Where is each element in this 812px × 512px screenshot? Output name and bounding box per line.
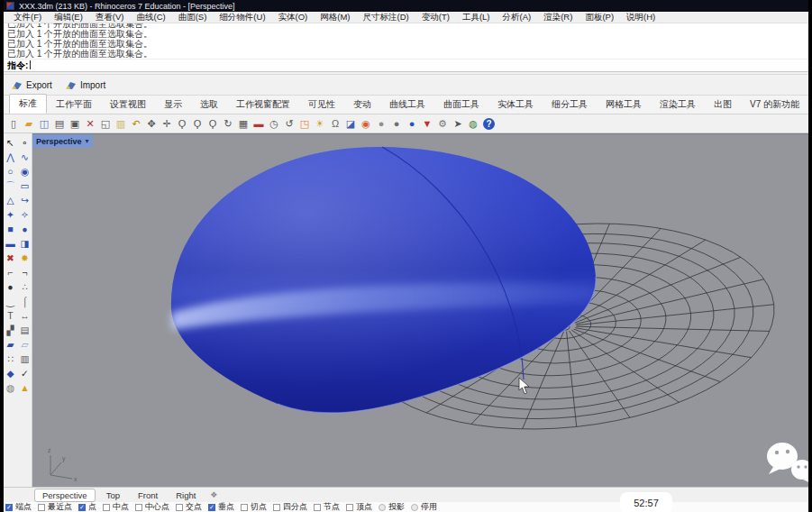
item-4[interactable]: 中心点 [135,501,169,512]
osnap-checkbox[interactable] [273,504,280,511]
color-wheel-icon[interactable]: ◉ [359,116,373,132]
item-0[interactable]: 端点 [5,501,32,512]
zoom-selected-icon[interactable]: Ϙ [205,116,220,132]
pointer-options-icon[interactable]: ➤ [451,116,465,132]
properties-icon[interactable]: ▣ [68,116,82,132]
cylinder-icon[interactable]: ▬ [5,237,17,250]
copy-icon[interactable]: ◱ [98,116,113,132]
raytrace-view-icon[interactable]: ● [405,116,419,132]
box-icon[interactable]: ■ [5,223,17,235]
zoom-window-icon[interactable]: Ϙ [190,116,205,132]
menu-item-5[interactable]: 细分物件(U) [213,12,271,23]
command-prompt[interactable]: 指令: [4,59,808,70]
osnap-checkbox[interactable] [135,504,142,511]
zoom-dynamic-icon[interactable]: Ϙ [175,116,189,132]
save-icon[interactable]: ◫ [37,116,51,132]
help-icon[interactable]: ? [483,118,495,130]
viewport-tab-2[interactable]: Front [131,489,165,501]
circle-icon[interactable]: ○ [5,165,17,178]
polyline-icon[interactable]: ⋀ [5,151,17,163]
item-12[interactable]: 停用 [411,501,437,512]
item-10[interactable]: 顶点 [346,501,372,512]
ellipse-icon[interactable]: ◉ [19,165,32,178]
toolbar-tab-4[interactable]: 选取 [191,96,227,114]
viewport-tab-1[interactable]: Top [99,489,127,501]
toolbar-tab-7[interactable]: 变动 [344,96,380,114]
disc-icon[interactable]: ◍ [5,381,17,394]
rendered-view-icon[interactable]: ● [389,116,404,132]
light-icon[interactable]: ☀ [313,116,327,132]
toolbar-tab-5[interactable]: 工作视窗配置 [227,96,299,114]
osnap-checkbox[interactable] [176,504,183,511]
block-icon[interactable]: ▤ [19,324,32,336]
explode-icon[interactable]: ✸ [19,251,32,264]
item-2[interactable]: 点 [78,501,96,512]
print-icon[interactable]: ▤ [52,116,67,132]
menu-item-13[interactable]: 面板(P) [579,12,620,23]
item-5[interactable]: 交点 [176,501,202,512]
surface-tools-icon[interactable]: ▰ [5,338,17,351]
cone-icon[interactable]: ▲ [19,381,32,394]
gumball-icon[interactable]: ◳ [297,116,312,132]
viewport-tab-0[interactable]: Perspective [34,489,96,502]
toolbar-tab-14[interactable]: 出图 [705,96,741,114]
item-7[interactable]: 切点 [241,501,267,512]
rotate-view-icon[interactable]: ↻ [221,116,235,132]
osnap-checkbox[interactable] [241,504,248,511]
item-6[interactable]: 垂点 [208,501,234,512]
surface-patch-icon[interactable]: ✧ [19,208,32,221]
pipe-icon[interactable]: ⌠ [19,295,32,307]
menu-item-0[interactable]: 文件(F) [7,12,48,23]
curve-blend-icon[interactable]: ‿ [5,295,17,307]
open-folder-icon[interactable]: ▰ [22,116,36,132]
toolbar-tab-10[interactable]: 实体工具 [488,96,543,114]
chamfer-icon[interactable]: ¬ [19,266,32,279]
surface-corner-icon[interactable]: ✦ [5,208,17,221]
undo-icon[interactable]: ↶ [129,116,143,132]
osnap-checkbox[interactable] [5,504,13,511]
settings-gear-icon[interactable]: ⚙ [435,116,450,132]
toolbar-tab-12[interactable]: 网格工具 [597,96,651,114]
fillet-icon[interactable]: ⌐ [5,266,17,279]
import-button[interactable]: Import [65,80,105,90]
menu-item-9[interactable]: 变动(T) [415,12,456,23]
pole-icon[interactable]: ▥ [19,352,32,365]
menu-item-12[interactable]: 渲染(R) [537,12,579,23]
sphere-icon[interactable]: ● [19,223,32,235]
shaded-view-icon[interactable]: ● [374,116,388,132]
menu-item-8[interactable]: 尺寸标注(D) [357,12,415,23]
lock-icon[interactable]: Ω [328,116,342,132]
item-9[interactable]: 节点 [314,501,340,512]
blend-icon[interactable]: ● [5,280,17,293]
text-icon[interactable]: T [5,309,17,322]
history-icon[interactable]: ◷ [267,116,281,132]
toolbar-tab-13[interactable]: 渲染工具 [651,96,705,114]
clipping-plane-icon[interactable]: ◪ [343,116,358,132]
select-arrow-icon[interactable]: ↖ [5,136,17,149]
polygon-icon[interactable]: △ [5,194,17,206]
cplane-icon[interactable]: ▬ [251,116,266,132]
dimension-icon[interactable]: ↔ [19,309,32,322]
extrude-icon[interactable]: ◨ [19,237,32,250]
move-icon[interactable]: ✛ [160,116,174,132]
item-8[interactable]: 四分点 [273,501,307,512]
osnap-checkbox[interactable] [379,504,386,511]
menu-item-1[interactable]: 编辑(E) [48,12,89,23]
viewport-tab-3[interactable]: Right [169,489,203,501]
selection-filter-icon[interactable]: ▼ [420,116,434,132]
item-1[interactable]: 最近点 [38,501,72,512]
ghost-surface-icon[interactable]: ▱ [19,338,32,351]
toolbar-tab-15[interactable]: V7 的新功能 [741,96,808,114]
menu-item-11[interactable]: 分析(A) [497,12,538,23]
osnap-checkbox[interactable] [78,504,86,511]
hatch-icon[interactable]: ▞ [5,324,17,336]
item-3[interactable]: 中点 [103,501,129,512]
viewport-title-menu[interactable]: Perspective ▾ [32,134,93,148]
osnap-checkbox[interactable] [346,504,353,511]
menu-item-3[interactable]: 曲线(C) [130,12,171,23]
menu-item-10[interactable]: 工具(L) [456,12,497,23]
rectangle-icon[interactable]: ▭ [19,179,32,192]
osnap-checkbox[interactable] [208,504,215,511]
four-pane-icon[interactable]: ❖ [210,490,217,499]
osnap-checkbox[interactable] [314,504,321,511]
